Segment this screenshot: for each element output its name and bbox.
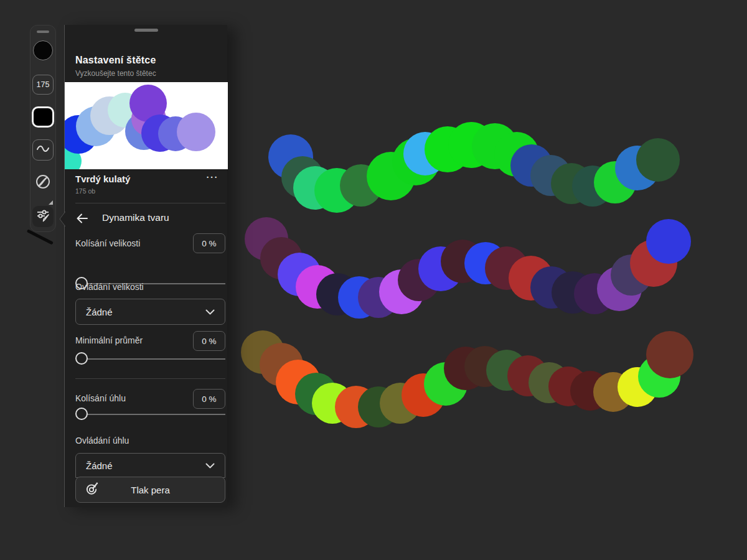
brush-size-label: 175 ob <box>75 187 95 195</box>
slider-track <box>82 358 225 360</box>
angle-jitter-value[interactable]: 0 % <box>193 389 225 409</box>
size-control-select[interactable]: Žádné <box>75 299 225 325</box>
wave-icon <box>36 144 50 156</box>
size-control-value: Žádné <box>86 307 205 317</box>
brush-size-value: 175 <box>37 80 50 89</box>
toolbar-drag-handle[interactable] <box>37 30 49 33</box>
angle-jitter-label: Kolísání úhlu <box>75 393 126 403</box>
panel-title: Nastavení štětce <box>75 55 156 66</box>
panel-drag-handle[interactable] <box>134 29 158 32</box>
color-well-swatch[interactable] <box>32 106 54 128</box>
pen-pressure-label: Tlak pera <box>76 485 225 495</box>
swirl-icon <box>34 173 52 193</box>
panel-subtitle: Vyzkoušejte tento štětec <box>75 69 156 78</box>
brush-settings-panel: Nastavení štětce Vyzkoušejte tento štěte… <box>64 25 227 507</box>
angle-control-label: Ovládání úhlu <box>75 436 129 446</box>
size-jitter-label: Kolísání velikosti <box>75 238 140 248</box>
panel-pointer-notch <box>59 212 65 229</box>
slider-track <box>82 414 225 415</box>
brush-preview <box>65 82 228 169</box>
angle-control-value: Žádné <box>86 460 205 471</box>
divider <box>75 378 225 379</box>
min-diameter-label: Minimální průměr <box>75 335 143 345</box>
section-header: Dynamika tvaru <box>75 211 225 226</box>
slider-knob[interactable] <box>75 408 88 420</box>
min-diameter-value[interactable]: 0 % <box>193 331 225 351</box>
tool-taskbar: 175 <box>30 25 56 232</box>
slider-knob[interactable] <box>75 352 88 365</box>
chevron-down-icon <box>205 460 215 471</box>
smoothing-tool-button[interactable] <box>32 139 54 161</box>
chevron-down-icon <box>205 306 215 317</box>
section-title: Dynamika tvaru <box>102 212 169 223</box>
divider <box>75 203 225 203</box>
brush-size-field[interactable]: 175 <box>32 75 54 95</box>
taper-tool-button[interactable] <box>34 174 52 192</box>
angle-control-select[interactable]: Žádné <box>75 453 225 478</box>
size-control-label: Ovládání velikosti <box>75 282 144 292</box>
size-jitter-value[interactable]: 0 % <box>193 233 225 253</box>
brush-settings-icon <box>35 208 50 225</box>
pen-pressure-option[interactable]: Tlak pera <box>75 477 225 503</box>
brush-color-swatch[interactable] <box>33 40 53 60</box>
app-window: 175 <box>0 0 747 560</box>
more-options-button[interactable]: ··· <box>207 172 219 182</box>
min-diameter-slider[interactable] <box>75 352 225 366</box>
angle-jitter-slider[interactable] <box>75 407 225 422</box>
brush-name: Tvrdý kulatý <box>75 174 130 184</box>
back-button[interactable] <box>75 212 89 225</box>
brush-settings-button[interactable] <box>32 206 54 227</box>
